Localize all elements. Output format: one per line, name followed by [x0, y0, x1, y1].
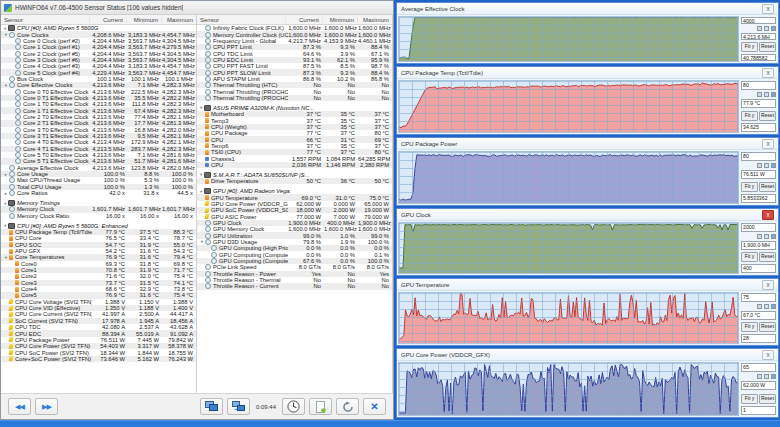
axis-min-input[interactable]: 400 — [741, 264, 776, 273]
sensor-row[interactable]: CPU Core VID (Effective)1.350 V1.188 V1.… — [1, 305, 196, 311]
sensor-row[interactable]: Core 0 T1 Effective Clock4,213.6 MHz35.5… — [1, 95, 196, 101]
logging-button[interactable] — [309, 398, 332, 415]
column-header-sensor[interactable]: Sensor — [197, 17, 285, 23]
axis-min-input[interactable]: 1 — [741, 406, 776, 415]
legend-checkbox[interactable] — [757, 374, 762, 379]
sensor-row[interactable]: Core 1 T1 Effective Clock4,213.6 MHz67.4… — [1, 107, 196, 113]
sensor-row[interactable]: CPU PPT SLOW Limit87.3 %9.3 %88.4 % — [197, 69, 392, 75]
sensor-row[interactable]: SoC Current (SVI2 TFN)17.978 A1.945 A18.… — [1, 318, 196, 324]
sensor-row[interactable]: CPU Core Power (SVI2 TFN)54.403 W3.317 W… — [1, 343, 196, 349]
sensor-row[interactable]: CPU SOC54.7 °C31.9 °C55.0 °C — [1, 242, 196, 248]
column-header-current[interactable]: Current — [89, 17, 126, 23]
sensor-row[interactable]: Bus Clock100.1 MHz100.1 MHz100.1 MHz — [1, 76, 196, 82]
sensor-row[interactable]: Core 1 Clock (perf #1)4,204.4 MHz3,563.7… — [1, 44, 196, 50]
sensor-row[interactable]: CPU PPT Limit87.3 %9.3 %88.4 % — [197, 44, 392, 50]
sensor-row[interactable]: Core373.7 °C31.5 °C74.1 °C — [1, 280, 196, 286]
legend-checkbox[interactable] — [771, 92, 776, 97]
legend-checkbox[interactable] — [764, 374, 769, 379]
close-sensors-button[interactable]: ✕ — [363, 398, 386, 415]
sensor-row[interactable]: CPU (Weight)37 °C35 °C37 °C — [197, 124, 392, 130]
sensor-row[interactable]: CPU2,036 RPM1,146 RPM2,380 RPM — [197, 162, 392, 168]
legend-checkbox[interactable] — [757, 163, 762, 168]
sensor-row[interactable]: GPU Core Power (VDDCR_GFX)62.000 W0.000 … — [197, 201, 392, 207]
sensor-row[interactable]: Motherboard37 °C35 °C37 °C — [197, 111, 392, 117]
legend-checkbox[interactable] — [757, 234, 762, 239]
clock-button[interactable] — [282, 398, 305, 415]
sensor-row[interactable]: CPU EDC Limit93.1 %62.1 %95.9 % — [197, 57, 392, 63]
sensor-row[interactable]: Core+SoC Power (SVI2 TFN)73.646 W5.162 W… — [1, 356, 196, 362]
column-header-maximum[interactable]: Maximum — [357, 17, 392, 23]
legend-checkbox[interactable] — [757, 92, 762, 97]
remote-sensors-button[interactable] — [227, 398, 250, 415]
sensor-row[interactable]: CPU Package77 °C37 °C80 °C — [197, 130, 392, 136]
graph-close-icon[interactable]: x — [762, 68, 774, 78]
reset-button[interactable]: Reset — [759, 252, 776, 262]
graph-close-icon[interactable]: x — [762, 280, 774, 290]
sensor-row[interactable]: CPU Core Voltage (SVI2 TFN)1.388 V1.150 … — [1, 299, 196, 305]
axis-max-input[interactable]: 75 — [741, 293, 776, 302]
graph-titlebar[interactable]: Average Effective Clock x — [397, 3, 778, 15]
sensor-row[interactable]: Thermal Throttling (PROCHOT EXT)NoNoNo — [197, 95, 392, 101]
sensor-group-row[interactable]: ▾CPU [#0]: AMD Ryzen 5 5600G — [1, 25, 196, 31]
sensor-row[interactable]: GPU Memory Clock1,600.0 MHz1,600.0 MHz1,… — [197, 226, 392, 232]
sensor-row[interactable]: CPU66 °C31 °C69 °C — [197, 136, 392, 142]
sensor-row[interactable]: Temp337 °C35 °C37 °C — [197, 117, 392, 123]
sensor-row[interactable]: Frequency Limit - Global4,213.7 MHz4,153… — [197, 38, 392, 44]
sensor-row[interactable]: Max CPU/Thread Usage100.0 %5.3 %100.0 % — [1, 177, 196, 183]
graph-close-icon[interactable]: x — [762, 210, 774, 220]
sensor-row[interactable]: Core 3 Clock (perf #6)4,204.4 MHz3,563.7… — [1, 57, 196, 63]
reset-button[interactable]: Reset — [759, 111, 776, 121]
collapse-columns-button[interactable]: ◀◀ — [8, 398, 31, 415]
sensor-row[interactable]: GPU SoC Power (VDDCR_SOC)18.000 W2.000 W… — [197, 207, 392, 213]
legend-checkbox[interactable] — [764, 26, 769, 31]
legend-checkbox[interactable] — [764, 304, 769, 309]
fit-y-button[interactable]: Fit y — [741, 182, 758, 192]
sensor-row[interactable]: Core170.8 °C31.9 °C71.7 °C — [1, 267, 196, 273]
sensor-row[interactable]: CPU Package Power76.511 W7.445 W79.842 W — [1, 337, 196, 343]
reset-button[interactable]: Reset — [759, 182, 776, 192]
sensor-row[interactable]: ▾Core Effective Clocks4,213.6 MHz7.1 MHz… — [1, 82, 196, 88]
sensor-row[interactable]: GPU Temperature69.0 °C31.0 °C75.0 °C — [197, 194, 392, 200]
sensor-row[interactable]: CPU Package Temp (Tctl/Tdie)77.9 °C37.5 … — [1, 229, 196, 235]
sensor-row[interactable]: Drive Temperature50 °C36 °C50 °C — [197, 178, 392, 184]
sensor-row[interactable]: Core468.6 °C32.9 °C73.8 °C — [1, 286, 196, 292]
sensor-row[interactable]: Average Effective Clock4,213.6 MHz123.8 … — [1, 165, 196, 171]
fit-y-button[interactable]: Fit y — [741, 252, 758, 262]
sensor-row[interactable]: Throttle Reason - CurrentNoNoNo — [197, 283, 392, 289]
graph-close-icon[interactable]: x — [762, 139, 774, 149]
sensor-row[interactable]: Core271.6 °C32.0 °C75.4 °C — [1, 273, 196, 279]
sensor-row[interactable]: Memory Controller Clock (UCLK)1,600.0 MH… — [197, 31, 392, 37]
reset-button[interactable]: Reset — [759, 322, 776, 332]
fit-y-button[interactable]: Fit y — [741, 394, 758, 404]
axis-min-input[interactable]: 40.788582 — [741, 54, 776, 61]
legend-checkbox[interactable] — [771, 234, 776, 239]
sensor-row[interactable]: PCIe Link Speed8.0 GT/s8.0 GT/s8.0 GT/s — [197, 264, 392, 270]
graph-titlebar[interactable]: CPU Package Power x — [397, 138, 778, 150]
sensor-row[interactable]: GPU ASIC Power77.000 W7.000 W79.000 W — [197, 213, 392, 219]
legend-checkbox[interactable] — [771, 26, 776, 31]
column-header-sensor[interactable]: Sensor — [1, 17, 89, 23]
axis-min-input[interactable]: 34.625 — [741, 123, 776, 132]
sensor-row[interactable]: GPU Computing (Compute 1) Usage67.6 %0.0… — [197, 258, 392, 264]
sensor-row[interactable]: Temp637 °C35 °C37 °C — [197, 143, 392, 149]
sensor-row[interactable]: CPU PPT FAST Limit87.5 %8.5 %98.7 % — [197, 63, 392, 69]
sensor-row[interactable]: ▾Core Temperatures76.9 °C31.6 °C79.4 °C — [1, 254, 196, 260]
legend-checkbox[interactable] — [764, 163, 769, 168]
sensor-row[interactable]: Throttle Reason - ThermalNoNoNo — [197, 277, 392, 283]
sensor-row[interactable]: Core 4 T0 Effective Clock4,213.4 MHz172.… — [1, 139, 196, 145]
axis-max-input[interactable]: 80 — [741, 81, 776, 90]
reset-button[interactable]: Reset — [759, 394, 776, 404]
sensor-row[interactable]: CPU TDC Limit64.6 %3.9 %67.1 % — [197, 50, 392, 56]
sensor-row[interactable]: Core576.9 °C31.6 °C75.4 °C — [1, 292, 196, 298]
sensor-row[interactable]: APU GFX54.2 °C31.6 °C54.3 °C — [1, 248, 196, 254]
graph-titlebar[interactable]: GPU Temperature x — [397, 279, 778, 291]
legend-checkbox[interactable] — [764, 234, 769, 239]
sensor-row[interactable]: Core 5 Clock (perf #4)4,229.4 MHz3,563.7… — [1, 69, 196, 75]
sensor-group-row[interactable]: ▾S.M.A.R.T.: ADATA SU650SUNP (S... — [197, 172, 392, 178]
sensor-row[interactable]: ▸Core Ratios42.0 x31.8 x44.5 x — [1, 190, 196, 196]
sensor-row[interactable]: ▾GPU D3D Usage79.8 %1.9 %100.0 % — [197, 239, 392, 245]
sensor-row[interactable]: Core069.3 °C31.8 °C69.8 °C — [1, 261, 196, 267]
sensor-row[interactable]: CPU TDC42.080 A2.537 A43.628 A — [1, 324, 196, 330]
sensor-row[interactable]: Memory Clock Ratio16.00 x16.00 x16.00 x — [1, 213, 196, 219]
sensor-row[interactable]: Core 2 T0 Effective Clock4,213.6 MHz77.4… — [1, 114, 196, 120]
